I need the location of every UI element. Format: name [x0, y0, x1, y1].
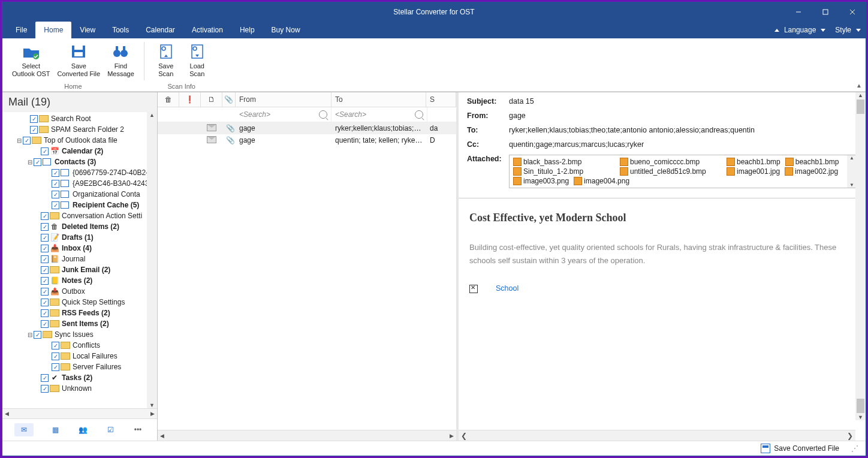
- body-link[interactable]: School: [496, 284, 519, 293]
- menu-file[interactable]: File: [7, 22, 35, 38]
- tree-node[interactable]: ✓Junk Email (2): [5, 264, 157, 275]
- attachment-item[interactable]: beachb1.bmp: [727, 158, 780, 166]
- list-hscroll[interactable]: ◀▶: [158, 430, 456, 441]
- save-icon: [761, 444, 770, 453]
- tree-node[interactable]: ✓📝Drafts (1): [5, 232, 157, 243]
- close-button[interactable]: [839, 2, 866, 22]
- attachment-item[interactable]: untitled_cle8d51c9.bmp: [620, 167, 722, 176]
- tree-node[interactable]: ✓Server Failures: [5, 361, 157, 372]
- file-icon: [574, 177, 582, 185]
- svg-rect-1: [823, 10, 828, 14]
- tree-node[interactable]: ✓📅Calendar (2): [5, 146, 157, 156]
- ribbon: SelectOutlook OST SaveConverted File Fin…: [2, 38, 866, 92]
- tree-node[interactable]: ✓Recipient Cache (5): [5, 200, 157, 210]
- menu-style[interactable]: Style: [831, 26, 855, 34]
- ribbon-label: Scan: [189, 70, 204, 78]
- attachment-item[interactable]: image004.png: [574, 177, 629, 185]
- find-message-button[interactable]: FindMessage: [105, 41, 137, 79]
- resize-grip-icon[interactable]: ⋰: [851, 444, 858, 453]
- tree-node[interactable]: ✓{06967759-274D-40B2-: [5, 167, 157, 178]
- trash-icon: 🗑: [50, 222, 59, 231]
- minimize-button[interactable]: [785, 2, 812, 22]
- content: Mail (19) ✓Search Root ✓SPAM Search Fold…: [2, 92, 866, 441]
- folder-icon: [39, 115, 49, 122]
- col-delete[interactable]: 🗑: [158, 92, 179, 107]
- tree-node[interactable]: ⊟✓Sync Issues: [5, 329, 157, 340]
- tree-node[interactable]: ✓✔Tasks (2): [5, 372, 157, 383]
- folder-icon: [50, 320, 59, 327]
- broken-image-icon: [469, 285, 478, 293]
- menu-view[interactable]: View: [71, 22, 104, 38]
- folder-icon: [32, 137, 41, 144]
- attachment-item[interactable]: image001.jpg: [727, 167, 780, 176]
- app-window: Stellar Converter for OST File Home View…: [2, 2, 866, 456]
- save-converted-file-button[interactable]: SaveConverted File: [55, 41, 103, 79]
- tree-node[interactable]: ✓{A9E2BC46-B3A0-4243: [5, 178, 157, 189]
- attachment-item[interactable]: bueno_comicccc.bmp: [620, 158, 722, 166]
- attachment-item[interactable]: black_bass-2.bmp: [513, 158, 615, 166]
- tree-scrollbar[interactable]: ▲▼: [147, 112, 157, 408]
- attachment-item[interactable]: Sin_titulo_1-2.bmp: [513, 167, 615, 176]
- attachment-item[interactable]: image002.jpg: [785, 167, 838, 176]
- tree-hscroll[interactable]: ◀▶: [2, 408, 157, 418]
- tree-node[interactable]: ✓Sent Items (2): [5, 318, 157, 329]
- preview-hscroll[interactable]: ❮❯: [459, 430, 855, 441]
- ribbon-label: Save: [158, 62, 173, 70]
- menu-buy-now[interactable]: Buy Now: [263, 22, 309, 38]
- menu-calendar[interactable]: Calendar: [137, 22, 183, 38]
- save-scan-button[interactable]: SaveScan: [152, 41, 180, 79]
- mail-row[interactable]: 📎 gageryker;kellen;klaus;tobias;theo;t…d…: [158, 122, 456, 134]
- tree-node[interactable]: ✓RSS Feeds (2): [5, 308, 157, 318]
- menu-tools[interactable]: Tools: [104, 22, 137, 38]
- folder-icon: [61, 363, 70, 370]
- tree-node[interactable]: ✓Local Failures: [5, 351, 157, 361]
- nav-calendar-icon[interactable]: ▦: [49, 424, 61, 435]
- tree-node[interactable]: ✓Organizational Conta: [5, 189, 157, 200]
- maximize-button[interactable]: [812, 2, 839, 22]
- nav-mail-icon[interactable]: ✉: [14, 423, 34, 436]
- nav-more-icon[interactable]: •••: [132, 424, 144, 435]
- search-to-input[interactable]: <Search>: [331, 107, 427, 122]
- save-icon: [69, 42, 88, 61]
- tree-node[interactable]: ✓📤Outbox: [5, 286, 157, 297]
- folder-icon: [43, 331, 52, 338]
- load-scan-button[interactable]: LoadScan: [183, 41, 212, 79]
- col-to[interactable]: To: [331, 92, 426, 107]
- tree-node[interactable]: ✓📥Inbox (4): [5, 243, 157, 254]
- tree-node[interactable]: ⊟✓Top of Outlook data file: [5, 135, 157, 146]
- attachment-item[interactable]: beachb1.bmp: [785, 158, 839, 166]
- ribbon-collapse-button[interactable]: ▲: [856, 82, 862, 89]
- col-subject[interactable]: S: [426, 92, 456, 107]
- tree-node[interactable]: ✓Conversation Action Setti: [5, 210, 157, 221]
- search-from-input[interactable]: <Search>: [236, 107, 331, 122]
- col-importance[interactable]: ❗: [179, 92, 201, 107]
- col-read[interactable]: 🗋: [201, 92, 222, 107]
- tree-node[interactable]: ✓Conflicts: [5, 340, 157, 351]
- col-from[interactable]: From: [236, 92, 331, 107]
- menu-language[interactable]: Language: [780, 26, 819, 34]
- tree-node[interactable]: ⊟✓Contacts (3): [5, 156, 157, 167]
- tree-node[interactable]: ✓📔Journal: [5, 254, 157, 264]
- mail-row[interactable]: 📎 gagequentin; tate; kellen; ryker; ant……: [158, 134, 456, 146]
- tree-node[interactable]: ✓SPAM Search Folder 2: [5, 124, 157, 135]
- tree-node[interactable]: ✓Search Root: [5, 113, 157, 124]
- list-header: 🗑 ❗ 🗋 📎 From To S: [158, 92, 456, 107]
- tree-node[interactable]: ✓Unknown: [5, 383, 157, 394]
- tree-node[interactable]: ✓Quick Step Settings: [5, 297, 157, 308]
- folder-tree[interactable]: ✓Search Root ✓SPAM Search Folder 2 ⊟✓Top…: [2, 112, 157, 395]
- col-attachment[interactable]: 📎: [222, 92, 236, 107]
- tree-node[interactable]: ✓📒Notes (2): [5, 275, 157, 286]
- nav-tasks-icon[interactable]: ☑: [104, 424, 116, 435]
- menu-home[interactable]: Home: [35, 22, 71, 38]
- calendar-icon: 📅: [50, 147, 59, 155]
- save-converted-file-link[interactable]: Save Converted File: [774, 444, 839, 453]
- menu-activation[interactable]: Activation: [183, 22, 231, 38]
- menu-help[interactable]: Help: [231, 22, 263, 38]
- tree-node[interactable]: ✓🗑Deleted Items (2): [5, 221, 157, 232]
- importance-icon: ❗: [185, 95, 194, 104]
- search-row: <Search> <Search>: [158, 107, 456, 122]
- preview-vscroll[interactable]: ▲ ▼: [855, 92, 866, 420]
- attachment-item[interactable]: image003.png: [513, 177, 569, 185]
- nav-people-icon[interactable]: 👥: [77, 424, 89, 435]
- select-outlook-ost-button[interactable]: SelectOutlook OST: [10, 41, 53, 79]
